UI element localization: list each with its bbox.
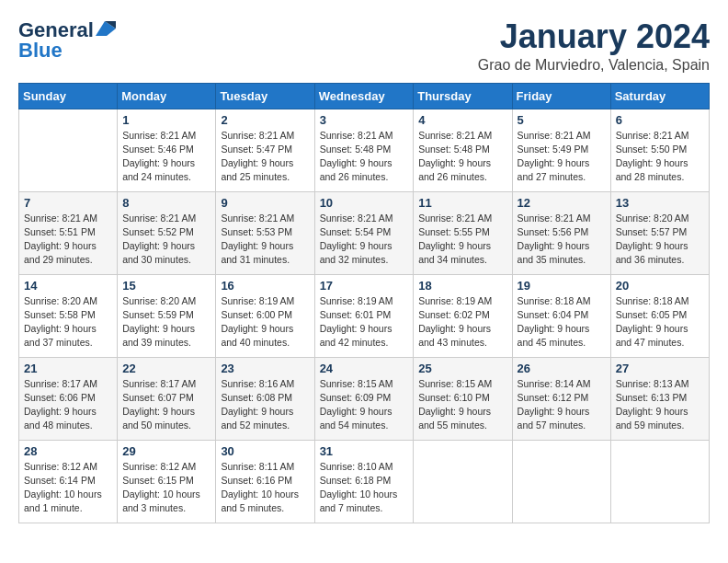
day-number: 7 bbox=[24, 196, 112, 210]
day-number: 31 bbox=[320, 444, 409, 458]
calendar-week-row: 14Sunrise: 8:20 AMSunset: 5:58 PMDayligh… bbox=[19, 274, 710, 357]
day-info: Sunrise: 8:15 AMSunset: 6:09 PMDaylight:… bbox=[320, 377, 409, 433]
calendar-day-8: 8Sunrise: 8:21 AMSunset: 5:52 PMDaylight… bbox=[118, 191, 216, 274]
calendar-day-25: 25Sunrise: 8:15 AMSunset: 6:10 PMDayligh… bbox=[414, 357, 512, 440]
weekday-header-friday: Friday bbox=[512, 83, 610, 109]
logo-blue: Blue bbox=[18, 39, 63, 63]
calendar-empty-cell bbox=[610, 440, 709, 523]
day-number: 6 bbox=[616, 113, 704, 127]
day-info: Sunrise: 8:19 AMSunset: 6:00 PMDaylight:… bbox=[221, 294, 309, 350]
day-info: Sunrise: 8:21 AMSunset: 5:52 PMDaylight:… bbox=[122, 212, 210, 268]
calendar-day-1: 1Sunrise: 8:21 AMSunset: 5:46 PMDaylight… bbox=[118, 109, 216, 191]
calendar-day-15: 15Sunrise: 8:20 AMSunset: 5:59 PMDayligh… bbox=[118, 274, 216, 357]
calendar-week-row: 21Sunrise: 8:17 AMSunset: 6:06 PMDayligh… bbox=[19, 357, 710, 440]
day-info: Sunrise: 8:12 AMSunset: 6:15 PMDaylight:… bbox=[122, 460, 210, 516]
day-info: Sunrise: 8:20 AMSunset: 5:59 PMDaylight:… bbox=[122, 294, 210, 350]
day-info: Sunrise: 8:21 AMSunset: 5:51 PMDaylight:… bbox=[24, 212, 112, 268]
calendar-day-4: 4Sunrise: 8:21 AMSunset: 5:48 PMDaylight… bbox=[414, 109, 512, 191]
calendar-week-row: 7Sunrise: 8:21 AMSunset: 5:51 PMDaylight… bbox=[19, 191, 710, 274]
day-number: 20 bbox=[616, 279, 704, 293]
weekday-header-thursday: Thursday bbox=[414, 83, 512, 109]
day-number: 5 bbox=[518, 113, 606, 127]
day-info: Sunrise: 8:16 AMSunset: 6:08 PMDaylight:… bbox=[221, 377, 309, 433]
weekday-header-sunday: Sunday bbox=[19, 83, 118, 109]
calendar-day-10: 10Sunrise: 8:21 AMSunset: 5:54 PMDayligh… bbox=[314, 191, 414, 274]
calendar-day-13: 13Sunrise: 8:20 AMSunset: 5:57 PMDayligh… bbox=[610, 191, 709, 274]
calendar-day-31: 31Sunrise: 8:10 AMSunset: 6:18 PMDayligh… bbox=[314, 440, 414, 523]
day-number: 9 bbox=[221, 196, 309, 210]
weekday-header-wednesday: Wednesday bbox=[314, 83, 414, 109]
day-info: Sunrise: 8:21 AMSunset: 5:55 PMDaylight:… bbox=[418, 212, 506, 268]
day-info: Sunrise: 8:12 AMSunset: 6:14 PMDaylight:… bbox=[24, 460, 112, 516]
month-title: January 2024 bbox=[478, 18, 710, 55]
calendar-day-12: 12Sunrise: 8:21 AMSunset: 5:56 PMDayligh… bbox=[512, 191, 610, 274]
calendar-table: SundayMondayTuesdayWednesdayThursdayFrid… bbox=[18, 83, 710, 523]
day-number: 24 bbox=[320, 362, 409, 375]
calendar-day-22: 22Sunrise: 8:17 AMSunset: 6:07 PMDayligh… bbox=[118, 357, 216, 440]
day-info: Sunrise: 8:14 AMSunset: 6:12 PMDaylight:… bbox=[518, 377, 606, 433]
day-number: 12 bbox=[518, 196, 606, 210]
day-number: 17 bbox=[320, 279, 409, 293]
day-info: Sunrise: 8:21 AMSunset: 5:48 PMDaylight:… bbox=[320, 129, 409, 185]
day-info: Sunrise: 8:19 AMSunset: 6:01 PMDaylight:… bbox=[320, 294, 409, 350]
day-number: 18 bbox=[418, 279, 506, 293]
weekday-header-tuesday: Tuesday bbox=[216, 83, 314, 109]
day-number: 1 bbox=[122, 113, 210, 127]
calendar-day-14: 14Sunrise: 8:20 AMSunset: 5:58 PMDayligh… bbox=[19, 274, 118, 357]
day-number: 2 bbox=[221, 113, 309, 127]
day-number: 16 bbox=[221, 279, 309, 293]
day-number: 13 bbox=[616, 196, 704, 210]
day-info: Sunrise: 8:19 AMSunset: 6:02 PMDaylight:… bbox=[418, 294, 506, 350]
day-info: Sunrise: 8:17 AMSunset: 6:07 PMDaylight:… bbox=[122, 377, 210, 433]
day-info: Sunrise: 8:21 AMSunset: 5:50 PMDaylight:… bbox=[616, 129, 704, 185]
calendar-week-row: 28Sunrise: 8:12 AMSunset: 6:14 PMDayligh… bbox=[19, 440, 710, 523]
calendar-day-26: 26Sunrise: 8:14 AMSunset: 6:12 PMDayligh… bbox=[512, 357, 610, 440]
calendar-day-6: 6Sunrise: 8:21 AMSunset: 5:50 PMDaylight… bbox=[610, 109, 709, 191]
day-number: 27 bbox=[616, 362, 704, 375]
calendar-day-20: 20Sunrise: 8:18 AMSunset: 6:05 PMDayligh… bbox=[610, 274, 709, 357]
logo-icon bbox=[96, 21, 116, 36]
day-info: Sunrise: 8:15 AMSunset: 6:10 PMDaylight:… bbox=[418, 377, 506, 433]
calendar-day-30: 30Sunrise: 8:11 AMSunset: 6:16 PMDayligh… bbox=[216, 440, 314, 523]
day-info: Sunrise: 8:13 AMSunset: 6:13 PMDaylight:… bbox=[616, 377, 704, 433]
logo: General Blue bbox=[18, 18, 116, 63]
day-number: 28 bbox=[24, 444, 112, 458]
day-number: 3 bbox=[320, 113, 409, 127]
calendar-day-3: 3Sunrise: 8:21 AMSunset: 5:48 PMDaylight… bbox=[314, 109, 414, 191]
day-number: 23 bbox=[221, 362, 309, 375]
location-subtitle: Grao de Murviedro, Valencia, Spain bbox=[478, 57, 710, 74]
calendar-day-2: 2Sunrise: 8:21 AMSunset: 5:47 PMDaylight… bbox=[216, 109, 314, 191]
day-number: 29 bbox=[122, 444, 210, 458]
calendar-empty-cell bbox=[512, 440, 610, 523]
weekday-header-row: SundayMondayTuesdayWednesdayThursdayFrid… bbox=[19, 83, 710, 109]
calendar-empty-cell bbox=[414, 440, 512, 523]
day-info: Sunrise: 8:21 AMSunset: 5:54 PMDaylight:… bbox=[320, 212, 409, 268]
day-number: 11 bbox=[418, 196, 506, 210]
day-number: 21 bbox=[24, 362, 112, 375]
day-number: 25 bbox=[418, 362, 506, 375]
day-info: Sunrise: 8:20 AMSunset: 5:58 PMDaylight:… bbox=[24, 294, 112, 350]
calendar-day-11: 11Sunrise: 8:21 AMSunset: 5:55 PMDayligh… bbox=[414, 191, 512, 274]
calendar-day-17: 17Sunrise: 8:19 AMSunset: 6:01 PMDayligh… bbox=[314, 274, 414, 357]
day-number: 14 bbox=[24, 279, 112, 293]
calendar-day-24: 24Sunrise: 8:15 AMSunset: 6:09 PMDayligh… bbox=[314, 357, 414, 440]
day-number: 15 bbox=[122, 279, 210, 293]
calendar-day-21: 21Sunrise: 8:17 AMSunset: 6:06 PMDayligh… bbox=[19, 357, 118, 440]
day-info: Sunrise: 8:21 AMSunset: 5:46 PMDaylight:… bbox=[122, 129, 210, 185]
day-info: Sunrise: 8:21 AMSunset: 5:49 PMDaylight:… bbox=[518, 129, 606, 185]
day-info: Sunrise: 8:21 AMSunset: 5:53 PMDaylight:… bbox=[221, 212, 309, 268]
day-info: Sunrise: 8:18 AMSunset: 6:04 PMDaylight:… bbox=[518, 294, 606, 350]
day-number: 10 bbox=[320, 196, 409, 210]
calendar-day-18: 18Sunrise: 8:19 AMSunset: 6:02 PMDayligh… bbox=[414, 274, 512, 357]
calendar-day-16: 16Sunrise: 8:19 AMSunset: 6:00 PMDayligh… bbox=[216, 274, 314, 357]
day-info: Sunrise: 8:10 AMSunset: 6:18 PMDaylight:… bbox=[320, 460, 409, 516]
calendar-day-28: 28Sunrise: 8:12 AMSunset: 6:14 PMDayligh… bbox=[19, 440, 118, 523]
calendar-day-23: 23Sunrise: 8:16 AMSunset: 6:08 PMDayligh… bbox=[216, 357, 314, 440]
calendar-empty-cell bbox=[19, 109, 118, 191]
calendar-day-5: 5Sunrise: 8:21 AMSunset: 5:49 PMDaylight… bbox=[512, 109, 610, 191]
day-info: Sunrise: 8:21 AMSunset: 5:47 PMDaylight:… bbox=[221, 129, 309, 185]
day-number: 26 bbox=[518, 362, 606, 375]
day-info: Sunrise: 8:11 AMSunset: 6:16 PMDaylight:… bbox=[221, 460, 309, 516]
day-info: Sunrise: 8:18 AMSunset: 6:05 PMDaylight:… bbox=[616, 294, 704, 350]
day-number: 22 bbox=[122, 362, 210, 375]
